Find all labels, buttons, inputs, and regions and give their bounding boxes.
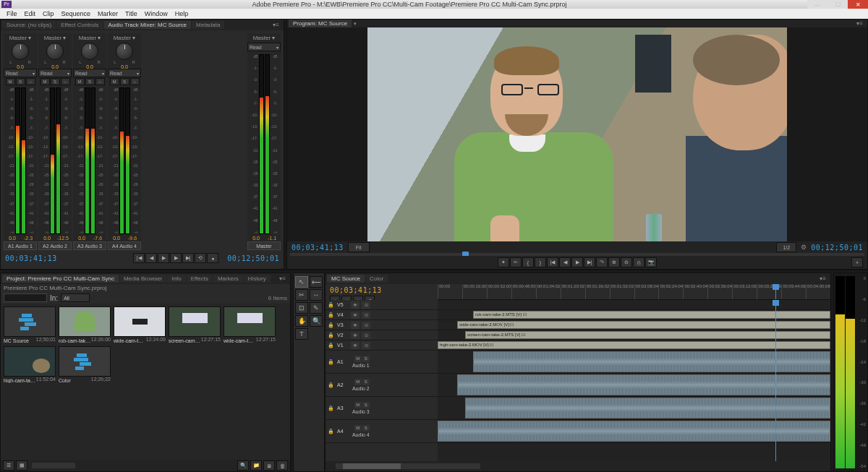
lock-icon[interactable]: 🔒 <box>328 322 335 328</box>
track-tag[interactable]: V5 <box>337 302 349 307</box>
record-button[interactable]: ○ <box>95 78 105 85</box>
new-item-button[interactable]: 🗎 <box>263 460 275 471</box>
play-button[interactable]: ▶ <box>158 253 169 263</box>
audio-track-row[interactable] <box>438 420 830 443</box>
mark-in-button[interactable]: ✦ <box>498 257 509 267</box>
video-track-header[interactable]: 🔒V3👁⊙ <box>326 320 438 330</box>
tab-effects[interactable]: Effects <box>187 275 213 283</box>
goto-out-button[interactable]: ▶| <box>182 253 194 263</box>
zoom-fit-select[interactable]: Fit <box>348 242 370 252</box>
program-monitor[interactable] <box>287 27 867 241</box>
automation-mode-select[interactable]: Read <box>247 43 281 51</box>
lift-button[interactable]: ⊕ <box>608 257 620 267</box>
minimize-button[interactable]: — <box>807 0 827 9</box>
solo-button[interactable]: S <box>120 78 129 85</box>
tool-button[interactable]: ✋ <box>295 315 308 327</box>
bin-item[interactable]: wide-cam-take-2...12:24:09 <box>114 306 166 343</box>
video-clip[interactable]: rob-cam-take-2.MTS [V] ⊡ <box>473 311 830 319</box>
channel-name[interactable]: A1 Audio 1 <box>4 241 37 250</box>
channel-name[interactable]: A3 Audio 3 <box>73 241 106 250</box>
automation-mode-select[interactable]: Read <box>108 69 141 77</box>
solo-button[interactable]: S <box>16 78 25 85</box>
gain-value[interactable]: 0.0 <box>75 236 89 241</box>
tool-button[interactable]: ↔ <box>310 289 323 301</box>
tool-button[interactable]: ↖ <box>295 276 308 288</box>
program-dropdown-icon[interactable]: ▾ <box>354 21 357 27</box>
bin-thumbnail[interactable] <box>59 346 111 377</box>
menu-file[interactable]: File <box>3 10 21 17</box>
channel-name[interactable]: A2 Audio 2 <box>38 241 72 250</box>
play-button[interactable]: ▶ <box>571 257 583 267</box>
channel-name[interactable]: Master <box>247 241 281 250</box>
video-track-header[interactable]: 🔒V4👁⊙ <box>326 310 438 320</box>
bin-thumbnail[interactable] <box>224 306 276 337</box>
toggle-output[interactable]: 👁 <box>351 332 359 339</box>
program-timecode[interactable]: 00;03;41;13 <box>292 244 344 252</box>
tab-info[interactable]: Info <box>167 275 185 283</box>
bin-item[interactable]: MC Source12;50;01 <box>4 306 56 343</box>
step-fwd-button[interactable]: ▶| <box>584 257 595 267</box>
sync-lock[interactable]: ⊙ <box>362 322 370 329</box>
bin-thumbnail[interactable] <box>114 306 166 337</box>
mute-button[interactable]: M <box>110 78 119 85</box>
menu-clip[interactable]: Clip <box>39 10 58 17</box>
mute-button[interactable]: M <box>354 356 362 362</box>
record-button[interactable]: ○ <box>61 78 70 85</box>
bin-thumbnail[interactable] <box>4 306 56 337</box>
audio-track-row[interactable] <box>438 397 830 420</box>
icon-view-button[interactable]: ▦ <box>16 460 27 471</box>
thumb-size-slider[interactable] <box>32 463 75 468</box>
video-track-row[interactable]: wide-cam-take-2.MOV [V] ⊡ <box>438 320 830 330</box>
automation-mode-select[interactable]: Read <box>4 69 37 77</box>
lock-icon[interactable]: 🔒 <box>328 359 335 365</box>
menu-title[interactable]: Title <box>122 10 141 17</box>
audio-track-row[interactable] <box>438 374 830 397</box>
gain-value[interactable]: 0.0 <box>5 236 20 241</box>
prev-button[interactable]: |◀ <box>547 257 558 267</box>
gain-value[interactable]: 0.0 <box>249 236 263 241</box>
snapshot-button[interactable]: 📷 <box>645 257 657 267</box>
delete-button[interactable]: 🗑 <box>276 460 288 471</box>
project-menu-icon[interactable]: ▾≡ <box>279 275 289 282</box>
record-button[interactable]: ○ <box>26 78 35 85</box>
menu-edit[interactable]: Edit <box>21 10 40 17</box>
lock-icon[interactable]: 🔒 <box>328 406 335 411</box>
solo-button[interactable]: S <box>362 356 370 362</box>
tool-button[interactable]: ⟵ <box>310 276 323 288</box>
lock-icon[interactable]: 🔒 <box>328 302 335 308</box>
tab-project[interactable]: Project: Premiere Pro CC Multi-Cam Sync <box>2 275 119 283</box>
mute-button[interactable]: M <box>354 402 362 408</box>
lock-icon[interactable]: 🔒 <box>328 382 335 388</box>
video-track-row[interactable]: high-cam-take-2.MOV [V] ⊡ <box>438 340 830 351</box>
step-fwd-button[interactable]: ▶ <box>170 253 182 263</box>
video-clip[interactable]: wide-cam-take-2.MOV [V] ⊡ <box>457 321 830 329</box>
pan-knob[interactable] <box>116 43 133 60</box>
audio-clip[interactable] <box>473 351 830 372</box>
audio-track-header[interactable]: 🔒A3MSAudio 3 <box>326 397 438 420</box>
audio-clip[interactable] <box>438 421 830 442</box>
tool-button[interactable]: 🔍 <box>310 315 323 327</box>
track-tag[interactable]: A3 <box>337 406 349 411</box>
list-view-button[interactable]: ☰ <box>3 460 14 471</box>
tab-metadata[interactable]: Metadata <box>192 21 224 29</box>
project-bins[interactable]: MC Source12;50;01 rob-cam-take-2...12:26… <box>1 304 290 460</box>
tab-history[interactable]: History <box>244 275 271 283</box>
timeline-timecode[interactable]: 00;03;41;13 <box>330 286 433 294</box>
playhead[interactable] <box>775 284 776 299</box>
video-track-row[interactable] <box>438 300 830 310</box>
mute-button[interactable]: M <box>41 78 50 85</box>
pan-knob[interactable] <box>81 43 98 60</box>
mark-out-button[interactable]: ✂ <box>510 257 522 267</box>
toggle-output[interactable]: 👁 <box>351 322 359 329</box>
video-track-header[interactable]: 🔒V2👁⊙ <box>326 330 438 340</box>
audio-track-header[interactable]: 🔒A1MSAudio 1 <box>326 351 438 374</box>
new-bin-button[interactable]: 📁 <box>250 460 262 471</box>
go-out-button[interactable]: } <box>535 257 546 267</box>
mute-button[interactable]: M <box>354 425 362 432</box>
mute-button[interactable]: M <box>6 78 15 85</box>
audio-clip[interactable] <box>457 374 830 395</box>
source-timecode[interactable]: 00;03;41;13 <box>5 254 57 262</box>
pan-knob[interactable] <box>46 43 64 60</box>
menu-marker[interactable]: Marker <box>94 10 122 17</box>
video-track-row[interactable]: rob-cam-take-2.MTS [V] ⊡ <box>438 310 830 320</box>
